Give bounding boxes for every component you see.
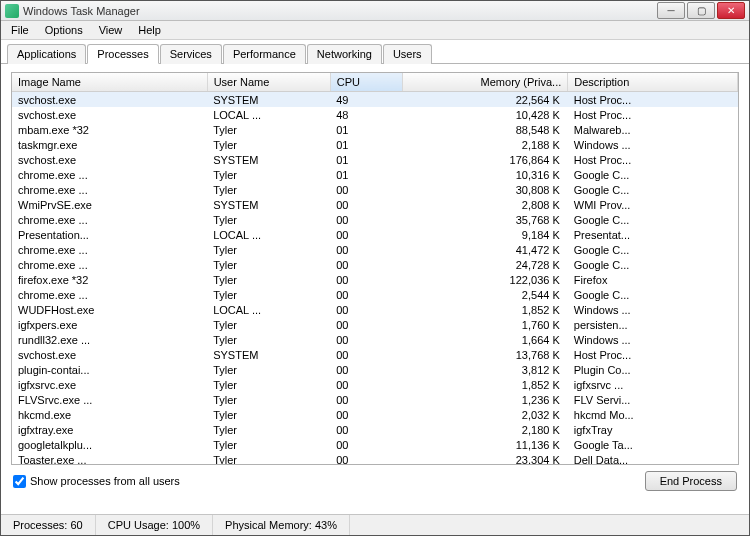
tab-performance[interactable]: Performance — [223, 44, 306, 64]
cell: Tyler — [207, 452, 330, 465]
table-row[interactable]: rundll32.exe ...Tyler001,664 KWindows ..… — [12, 332, 738, 347]
cell: svchost.exe — [12, 347, 207, 362]
table-row[interactable]: chrome.exe ...Tyler002,544 KGoogle C... — [12, 287, 738, 302]
cell: firefox.exe *32 — [12, 272, 207, 287]
table-row[interactable]: plugin-contai...Tyler003,812 KPlugin Co.… — [12, 362, 738, 377]
app-icon — [5, 4, 19, 18]
table-row[interactable]: chrome.exe ...Tyler0024,728 KGoogle C... — [12, 257, 738, 272]
cell: 00 — [330, 422, 402, 437]
table-row[interactable]: svchost.exeSYSTEM0013,768 KHost Proc... — [12, 347, 738, 362]
tab-users[interactable]: Users — [383, 44, 432, 64]
cell: mbam.exe *32 — [12, 122, 207, 137]
table-row[interactable]: chrome.exe ...Tyler0041,472 KGoogle C... — [12, 242, 738, 257]
cell: Host Proc... — [568, 92, 738, 108]
minimize-button[interactable]: ─ — [657, 2, 685, 19]
tab-networking[interactable]: Networking — [307, 44, 382, 64]
cell: Tyler — [207, 332, 330, 347]
table-row[interactable]: svchost.exeLOCAL ...4810,428 KHost Proc.… — [12, 107, 738, 122]
cell: 88,548 K — [402, 122, 567, 137]
cell: hkcmd Mo... — [568, 407, 738, 422]
maximize-button[interactable]: ▢ — [687, 2, 715, 19]
cell: Dell Data... — [568, 452, 738, 465]
cell: Tyler — [207, 407, 330, 422]
cell: SYSTEM — [207, 152, 330, 167]
cell: svchost.exe — [12, 152, 207, 167]
table-row[interactable]: firefox.exe *32Tyler00122,036 KFirefox — [12, 272, 738, 287]
cell: Host Proc... — [568, 347, 738, 362]
cell: chrome.exe ... — [12, 167, 207, 182]
cell: Tyler — [207, 377, 330, 392]
menu-options[interactable]: Options — [37, 22, 91, 38]
cell: plugin-contai... — [12, 362, 207, 377]
tab-applications[interactable]: Applications — [7, 44, 86, 64]
table-row[interactable]: chrome.exe ...Tyler0110,316 KGoogle C... — [12, 167, 738, 182]
table-row[interactable]: WmiPrvSE.exeSYSTEM002,808 KWMI Prov... — [12, 197, 738, 212]
table-row[interactable]: svchost.exeSYSTEM4922,564 KHost Proc... — [12, 92, 738, 108]
cell: SYSTEM — [207, 92, 330, 108]
cell: igfxtray.exe — [12, 422, 207, 437]
titlebar: Windows Task Manager ─ ▢ ✕ — [1, 1, 749, 21]
cell: 00 — [330, 392, 402, 407]
table-row[interactable]: igfxsrvc.exeTyler001,852 Kigfxsrvc ... — [12, 377, 738, 392]
cell: WUDFHost.exe — [12, 302, 207, 317]
cell: Windows ... — [568, 302, 738, 317]
cell: Windows ... — [568, 137, 738, 152]
table-row[interactable]: chrome.exe ...Tyler0030,808 KGoogle C... — [12, 182, 738, 197]
cell: 176,864 K — [402, 152, 567, 167]
table-row[interactable]: igfxpers.exeTyler001,760 Kpersisten... — [12, 317, 738, 332]
table-row[interactable]: igfxtray.exeTyler002,180 KigfxTray — [12, 422, 738, 437]
process-table-wrap[interactable]: Image NameUser NameCPUMemory (Priva...De… — [11, 72, 739, 465]
cell: igfxpers.exe — [12, 317, 207, 332]
column-header-image[interactable]: Image Name — [12, 73, 207, 92]
cell: Host Proc... — [568, 107, 738, 122]
cell: Firefox — [568, 272, 738, 287]
column-header-memory[interactable]: Memory (Priva... — [402, 73, 567, 92]
statusbar: Processes: 60 CPU Usage: 100% Physical M… — [1, 514, 749, 535]
column-header-cpu[interactable]: CPU — [330, 73, 402, 92]
cell: 00 — [330, 182, 402, 197]
table-row[interactable]: googletalkplu...Tyler0011,136 KGoogle Ta… — [12, 437, 738, 452]
table-row[interactable]: svchost.exeSYSTEM01176,864 KHost Proc... — [12, 152, 738, 167]
table-row[interactable]: hkcmd.exeTyler002,032 Khkcmd Mo... — [12, 407, 738, 422]
tab-services[interactable]: Services — [160, 44, 222, 64]
end-process-button[interactable]: End Process — [645, 471, 737, 491]
cell: Windows ... — [568, 332, 738, 347]
close-button[interactable]: ✕ — [717, 2, 745, 19]
cell: Plugin Co... — [568, 362, 738, 377]
show-all-users-row[interactable]: Show processes from all users — [13, 475, 180, 488]
cell: WMI Prov... — [568, 197, 738, 212]
cell: Tyler — [207, 167, 330, 182]
column-header-description[interactable]: Description — [568, 73, 738, 92]
cell: Tyler — [207, 212, 330, 227]
window-controls: ─ ▢ ✕ — [655, 2, 745, 19]
cell: 2,180 K — [402, 422, 567, 437]
table-row[interactable]: mbam.exe *32Tyler0188,548 KMalwareb... — [12, 122, 738, 137]
cell: 01 — [330, 167, 402, 182]
table-row[interactable]: taskmgr.exeTyler012,188 KWindows ... — [12, 137, 738, 152]
cell: igfxsrvc ... — [568, 377, 738, 392]
table-row[interactable]: WUDFHost.exeLOCAL ...001,852 KWindows ..… — [12, 302, 738, 317]
table-row[interactable]: Toaster.exe ...Tyler0023,304 KDell Data.… — [12, 452, 738, 465]
cell: 1,760 K — [402, 317, 567, 332]
show-all-users-checkbox[interactable] — [13, 475, 26, 488]
cell: Presentat... — [568, 227, 738, 242]
cell: 00 — [330, 452, 402, 465]
cell: 00 — [330, 347, 402, 362]
cell: chrome.exe ... — [12, 257, 207, 272]
cell: 24,728 K — [402, 257, 567, 272]
table-row[interactable]: Presentation...LOCAL ...009,184 KPresent… — [12, 227, 738, 242]
cell: igfxTray — [568, 422, 738, 437]
column-header-user[interactable]: User Name — [207, 73, 330, 92]
cell: Google Ta... — [568, 437, 738, 452]
table-row[interactable]: chrome.exe ...Tyler0035,768 KGoogle C... — [12, 212, 738, 227]
menu-help[interactable]: Help — [130, 22, 169, 38]
menu-view[interactable]: View — [91, 22, 131, 38]
table-row[interactable]: FLVSrvc.exe ...Tyler001,236 KFLV Servi..… — [12, 392, 738, 407]
tab-processes[interactable]: Processes — [87, 44, 158, 64]
cell: FLVSrvc.exe ... — [12, 392, 207, 407]
window-title: Windows Task Manager — [23, 5, 655, 17]
cell: 41,472 K — [402, 242, 567, 257]
cell: 01 — [330, 152, 402, 167]
menu-file[interactable]: File — [3, 22, 37, 38]
cell: Google C... — [568, 242, 738, 257]
